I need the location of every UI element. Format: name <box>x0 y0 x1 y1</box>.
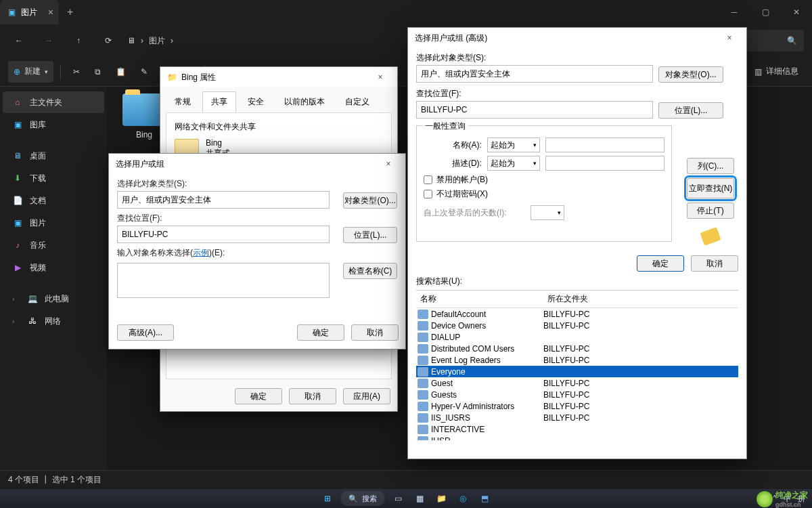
days-combo[interactable]: ▾ <box>531 205 564 220</box>
principal-icon <box>418 333 428 342</box>
refresh-button[interactable]: ⟳ <box>97 30 119 51</box>
paste-button[interactable]: 📋 <box>110 61 131 83</box>
forward-button[interactable]: → <box>38 30 60 51</box>
dialog-titlebar[interactable]: 选择用户或组 (高级) × <box>408 28 746 48</box>
result-row[interactable]: GuestBILLYFU-PC <box>416 377 738 389</box>
video-icon: ▶ <box>12 263 23 272</box>
examples-link[interactable]: 示例 <box>193 248 209 257</box>
task-view-button[interactable]: ▭ <box>389 491 407 506</box>
locations-button[interactable]: 位置(L)... <box>343 227 397 243</box>
tab-pictures[interactable]: ▣ 图片 × <box>0 0 59 24</box>
chevron-right-icon[interactable]: › <box>12 295 20 303</box>
result-row[interactable]: Everyone <box>416 366 738 377</box>
taskbar: ⊞ 🔍搜索 ▭ ▦ 📁 ◎ ⬒ ˄ 中 拼 <box>0 489 812 508</box>
new-tab-button[interactable]: + <box>67 6 73 18</box>
close-icon[interactable]: × <box>719 33 740 43</box>
result-row[interactable]: Hyper-V AdministratorsBILLYFU-PC <box>416 400 738 412</box>
sidebar-item-pictures[interactable]: ▣图片 <box>3 212 104 234</box>
sidebar-item-downloads[interactable]: ⬇下载 <box>3 167 104 189</box>
principal-icon <box>418 425 428 434</box>
result-row[interactable]: Distributed COM UsersBILLYFU-PC <box>416 343 738 354</box>
columns-button[interactable]: 列(C)... <box>687 158 734 174</box>
taskbar-app[interactable]: ▦ <box>411 491 428 506</box>
result-row[interactable]: GuestsBILLYFU-PC <box>416 389 738 400</box>
sidebar-item-gallery[interactable]: ▣图库 <box>3 114 104 135</box>
ok-button[interactable]: 确定 <box>235 388 282 404</box>
col-header-name[interactable]: 名称 <box>416 291 543 308</box>
close-icon[interactable]: × <box>378 159 399 169</box>
object-types-button[interactable]: 对象类型(O)... <box>343 192 397 209</box>
result-row[interactable]: DIALUP <box>416 331 738 343</box>
object-names-input[interactable] <box>117 263 330 298</box>
stop-button[interactable]: 停止(T) <box>687 203 734 219</box>
principal-icon <box>418 356 428 365</box>
monitor-icon: 🖥 <box>127 36 135 45</box>
col-header-folder[interactable]: 所在文件夹 <box>543 291 738 308</box>
tab-general[interactable]: 常规 <box>166 91 200 112</box>
name-input[interactable] <box>545 137 664 152</box>
dialog-titlebar[interactable]: 选择用户或组 × <box>109 154 405 174</box>
details-pane-button[interactable]: ▥ 详细信息 <box>749 61 804 83</box>
dialog-titlebar[interactable]: 📁 Bing 属性 × <box>160 67 397 87</box>
result-row[interactable]: DefaultAccountBILLYFU-PC <box>416 308 738 320</box>
search-results-list[interactable]: 名称 所在文件夹 DefaultAccountBILLYFU-PCDevice … <box>416 290 738 440</box>
taskbar-search[interactable]: 🔍搜索 <box>340 491 385 506</box>
copy-button[interactable]: ⧉ <box>89 61 106 83</box>
rename-button[interactable]: ✎ <box>135 61 153 83</box>
description-input[interactable] <box>545 156 664 171</box>
crumb-pictures[interactable]: 图片 <box>149 35 165 47</box>
locations-button[interactable]: 位置(L)... <box>658 102 723 119</box>
sidebar-item-documents[interactable]: 📄文档 <box>3 190 104 211</box>
check-names-button[interactable]: 检查名称(C) <box>343 263 397 279</box>
tab-security[interactable]: 安全 <box>239 91 273 112</box>
back-button[interactable]: ← <box>8 30 30 51</box>
desc-match-combo[interactable]: 起始为▾ <box>487 156 540 171</box>
desktop-icon: 🖥 <box>12 151 23 161</box>
start-button[interactable]: ⊞ <box>319 491 336 506</box>
tab-sharing[interactable]: 共享 <box>202 91 236 112</box>
ok-button[interactable]: 确定 <box>637 255 684 272</box>
tab-previous[interactable]: 以前的版本 <box>275 91 334 112</box>
watermark-logo-icon <box>757 491 773 507</box>
taskbar-edge[interactable]: ◎ <box>454 491 472 506</box>
sidebar-item-home[interactable]: ⌂主文件夹 <box>3 91 104 113</box>
new-button[interactable]: ⊕新建▾ <box>8 61 53 83</box>
close-window-button[interactable]: ✕ <box>781 0 812 24</box>
close-tab-icon[interactable]: × <box>48 7 53 18</box>
breadcrumb[interactable]: 🖥› 图片› <box>127 35 173 47</box>
advanced-button[interactable]: 高级(A)... <box>117 324 174 341</box>
object-types-button[interactable]: 对象类型(O)... <box>658 66 723 83</box>
sidebar-item-videos[interactable]: ▶视频 <box>3 257 104 278</box>
result-row[interactable]: Event Log ReadersBILLYFU-PC <box>416 354 738 366</box>
minimize-button[interactable]: ─ <box>719 0 750 24</box>
cancel-button[interactable]: 取消 <box>691 255 738 272</box>
find-now-button[interactable]: 立即查找(N) <box>687 178 734 198</box>
sidebar-item-music[interactable]: ♪音乐 <box>3 234 104 256</box>
sidebar-item-thispc[interactable]: ›💻此电脑 <box>3 288 104 310</box>
cut-button[interactable]: ✂ <box>68 61 85 83</box>
non-expiring-password-checkbox[interactable]: 不过期密码(X) <box>424 188 664 200</box>
up-button[interactable]: ↑ <box>68 30 89 51</box>
ok-button[interactable]: 确定 <box>297 324 344 341</box>
apply-button[interactable]: 应用(A) <box>343 388 390 404</box>
result-row[interactable]: INTERACTIVE <box>416 423 738 435</box>
name-match-combo[interactable]: 起始为▾ <box>487 137 540 152</box>
download-icon: ⬇ <box>12 173 23 183</box>
object-type-field: 用户、组或内置安全主体 <box>117 191 330 209</box>
maximize-button[interactable]: ▢ <box>750 0 781 24</box>
taskbar-explorer[interactable]: 📁 <box>432 491 450 506</box>
disabled-accounts-checkbox[interactable]: 禁用的帐户(B) <box>424 174 664 186</box>
result-row[interactable]: IIS_IUSRSBILLYFU-PC <box>416 412 738 423</box>
taskbar-store[interactable]: ⬒ <box>476 491 493 506</box>
watermark: 纯净之家 gdhst.cn <box>757 490 808 508</box>
sidebar-item-desktop[interactable]: 🖥桌面 <box>3 145 104 167</box>
label-description: 描述(D): <box>424 158 482 169</box>
sidebar-item-network[interactable]: ›🖧网络 <box>3 310 104 332</box>
close-icon[interactable]: × <box>370 72 390 82</box>
chevron-right-icon[interactable]: › <box>12 318 20 325</box>
cancel-button[interactable]: 取消 <box>289 388 336 404</box>
result-row[interactable]: Device OwnersBILLYFU-PC <box>416 320 738 331</box>
tab-custom[interactable]: 自定义 <box>336 91 378 112</box>
cancel-button[interactable]: 取消 <box>351 324 399 341</box>
result-row[interactable]: IUSR <box>416 435 738 440</box>
